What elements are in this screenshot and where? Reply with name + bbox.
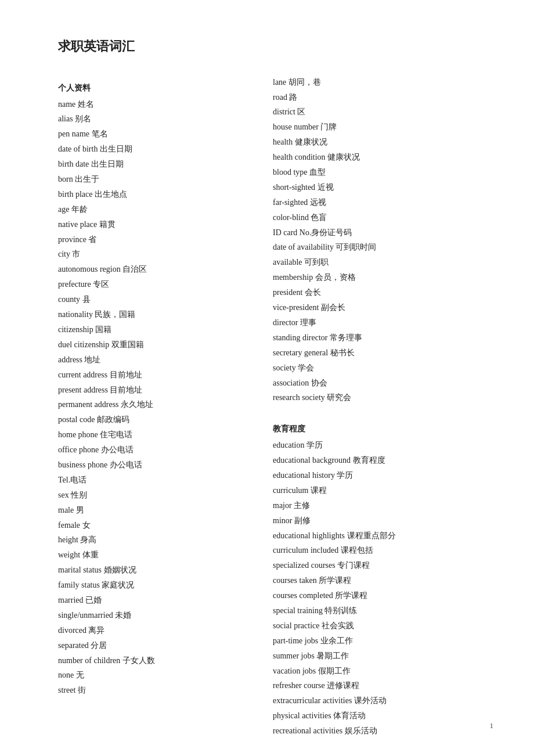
list-item: age 年龄 — [58, 202, 255, 217]
list-item: secretary general 秘书长 — [273, 345, 493, 361]
list-item: business phone 办公电话 — [58, 458, 255, 473]
list-item: color-blind 色盲 — [273, 210, 493, 225]
section1-title: 个人资料 — [58, 81, 255, 96]
list-item: office phone 办公电话 — [58, 442, 255, 458]
list-item: summer jobs 暑期工作 — [273, 649, 493, 664]
list-item: lane 胡同，巷 — [273, 75, 493, 90]
list-item: road 路 — [273, 90, 493, 105]
list-item: available 可到职 — [273, 255, 493, 270]
list-item: county 县 — [58, 292, 255, 307]
list-item: male 男 — [58, 503, 255, 518]
list-item: refresher course 进修课程 — [273, 678, 493, 693]
list-item: street 街 — [58, 683, 255, 698]
left-column: 个人资料 name 姓名alias 别名pen name 笔名date of b… — [58, 75, 255, 739]
list-item: nationality 民族，国籍 — [58, 307, 255, 322]
list-item: major 主修 — [273, 498, 493, 513]
list-item: vacation jobs 假期工作 — [273, 664, 493, 679]
list-item: vice-president 副会长 — [273, 300, 493, 315]
list-item: association 协会 — [273, 376, 493, 391]
list-item: birth date 出生日期 — [58, 157, 255, 172]
list-item: postal code 邮政编码 — [58, 412, 255, 427]
list-item: prefecture 专区 — [58, 277, 255, 292]
list-item: married 已婚 — [58, 593, 255, 608]
list-item: district 区 — [273, 105, 493, 120]
left-vocab-list: name 姓名alias 别名pen name 笔名date of birth … — [58, 97, 255, 699]
list-item: address 地址 — [58, 352, 255, 368]
list-item: none 无 — [58, 668, 255, 683]
list-item: birth place 出生地点 — [58, 187, 255, 202]
list-item: short-sighted 近视 — [273, 180, 493, 195]
list-item: date of availability 可到职时间 — [273, 240, 493, 255]
list-item: research society 研究会 — [273, 390, 493, 405]
list-item: divorced 离异 — [58, 623, 255, 638]
list-item: president 会长 — [273, 285, 493, 300]
page-number: 1 — [490, 719, 494, 733]
list-item: part-time jobs 业余工作 — [273, 633, 493, 649]
right-vocab-list-bottom: education 学历educational background 教育程度e… — [273, 438, 493, 739]
list-item: education 学历 — [273, 438, 493, 453]
list-item: separated 分居 — [58, 638, 255, 653]
list-item: height 身高 — [58, 532, 255, 548]
list-item: special training 特别训练 — [273, 603, 493, 618]
list-item: Tel.电话 — [58, 473, 255, 488]
list-item: courses completed 所学课程 — [273, 588, 493, 603]
list-item: blood type 血型 — [273, 165, 493, 180]
list-item: pen name 笔名 — [58, 127, 255, 142]
list-item: educational history 学历 — [273, 468, 493, 483]
list-item: sex 性别 — [58, 488, 255, 503]
list-item: female 女 — [58, 518, 255, 533]
list-item: name 姓名 — [58, 97, 255, 112]
list-item: health 健康状况 — [273, 135, 493, 150]
list-item: family status 家庭状况 — [58, 578, 255, 593]
list-item: single/unmarried 未婚 — [58, 608, 255, 623]
list-item: membership 会员，资格 — [273, 270, 493, 285]
list-item: home phone 住宅电话 — [58, 427, 255, 442]
list-item: ID card No.身份证号码 — [273, 225, 493, 240]
right-column: lane 胡同，巷road 路district 区house number 门牌… — [255, 75, 493, 739]
list-item: curriculum 课程 — [273, 483, 493, 498]
list-item: educational highlights 课程重点部分 — [273, 528, 493, 543]
list-item: extracurricular activities 课外活动 — [273, 693, 493, 708]
list-item: duel citizenship 双重国籍 — [58, 337, 255, 352]
list-item: born 出生于 — [58, 172, 255, 187]
page-title: 求职英语词汇 — [58, 35, 493, 59]
list-item: society 学会 — [273, 361, 493, 376]
list-item: educational background 教育程度 — [273, 453, 493, 468]
list-item: native place 籍贯 — [58, 217, 255, 232]
list-item: permanent address 永久地址 — [58, 397, 255, 412]
list-item: present address 目前地址 — [58, 383, 255, 398]
list-item: curriculum included 课程包括 — [273, 543, 493, 558]
list-item: citizenship 国籍 — [58, 322, 255, 337]
list-item: marital status 婚姻状况 — [58, 563, 255, 578]
list-item: courses taken 所学课程 — [273, 573, 493, 588]
list-item: standing director 常务理事 — [273, 330, 493, 345]
list-item: specialized courses 专门课程 — [273, 558, 493, 573]
list-item: minor 副修 — [273, 513, 493, 528]
list-item: date of birth 出生日期 — [58, 142, 255, 157]
list-item: far-sighted 远视 — [273, 195, 493, 210]
list-item: house number 门牌 — [273, 120, 493, 135]
list-item: alias 别名 — [58, 111, 255, 127]
list-item: province 省 — [58, 232, 255, 247]
list-item: physical activities 体育活动 — [273, 708, 493, 723]
section2-title: 教育程度 — [273, 422, 493, 437]
list-item: weight 体重 — [58, 548, 255, 563]
list-item: health condition 健康状况 — [273, 150, 493, 165]
list-item: number of children 子女人数 — [58, 653, 255, 668]
list-item: social practice 社会实践 — [273, 618, 493, 633]
right-vocab-list-top: lane 胡同，巷road 路district 区house number 门牌… — [273, 75, 493, 406]
list-item: city 市 — [58, 247, 255, 262]
list-item: recreational activities 娱乐活动 — [273, 723, 493, 739]
list-item: current address 目前地址 — [58, 368, 255, 383]
list-item: autonomous region 自治区 — [58, 262, 255, 277]
list-item: director 理事 — [273, 315, 493, 330]
